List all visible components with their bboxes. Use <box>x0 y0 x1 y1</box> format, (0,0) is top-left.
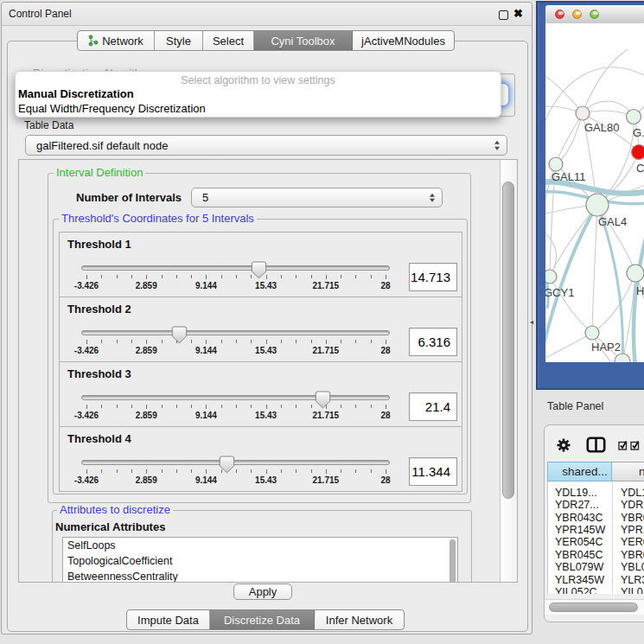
zoom-traffic-light-icon[interactable] <box>590 10 599 19</box>
cell-shared-name: YLR345W <box>555 574 604 586</box>
slider-tick <box>146 340 147 344</box>
gear-icon[interactable] <box>557 438 571 452</box>
slider-tick <box>326 275 327 279</box>
settings-vertical-scrollbar[interactable] <box>500 160 517 582</box>
network-node[interactable] <box>545 270 557 284</box>
table-row[interactable]: YER054CYER0 <box>548 536 644 548</box>
slider-tick <box>355 469 356 473</box>
network-node[interactable] <box>627 110 641 124</box>
table-row[interactable]: YLR345WYLR3 <box>548 574 644 586</box>
slider-tick <box>355 340 356 343</box>
tab-select[interactable]: Select <box>203 31 254 50</box>
algorithm-popup-item[interactable]: Equal Width/Frequency Discretization <box>16 102 501 117</box>
apply-button[interactable]: Apply <box>233 583 292 600</box>
tab-network[interactable]: Network <box>78 31 155 50</box>
slider-tick <box>176 405 177 408</box>
threshold-value-field[interactable]: 6.316 <box>409 328 457 356</box>
tab-style[interactable]: Style <box>155 31 203 50</box>
threshold-label: Threshold 4 <box>67 432 131 445</box>
minimize-traffic-light-icon[interactable] <box>572 10 582 19</box>
tab-discretize-data[interactable]: Discretize Data <box>210 610 315 629</box>
network-node[interactable] <box>586 194 609 216</box>
table-row[interactable]: YDR27...YDR2 <box>548 499 644 511</box>
network-canvas[interactable]: GAL80G.CGAL11GAL4GCY1HHAP2 <box>545 23 644 362</box>
tab-cyni-toolbox[interactable]: Cyni Toolbox <box>254 31 353 50</box>
control-panel-titlebar[interactable]: Control Panel ✖ <box>2 3 532 26</box>
column-header-name[interactable]: name <box>612 462 644 481</box>
threshold-value-field[interactable]: 11.344 <box>409 457 457 486</box>
network-node[interactable] <box>549 157 563 171</box>
threshold-value-field[interactable]: 21.4 <box>409 392 457 421</box>
threshold-slider-track[interactable] <box>81 395 390 400</box>
cyni-toolbox-panel: Discretization Algorithm Select algorith… <box>7 41 528 632</box>
numerical-attribute-item[interactable]: SelfLoops <box>63 538 457 553</box>
threshold-slider-thumb[interactable] <box>251 261 267 279</box>
threshold-slider-track[interactable] <box>81 265 390 271</box>
slider-tick <box>251 405 252 408</box>
slider-tick <box>117 275 118 278</box>
table-data-label: Table Data <box>24 119 73 131</box>
network-node[interactable] <box>627 265 644 282</box>
network-node[interactable] <box>632 145 644 160</box>
numerical-attributes-list[interactable]: SelfLoopsTopologicalCoefficientBetweenne… <box>62 537 458 582</box>
table-data-combo[interactable]: galFiltered.sif default node <box>25 135 507 156</box>
table-row[interactable]: YPR145WYPR1 <box>548 524 644 536</box>
network-window-titlebar[interactable] <box>545 5 644 24</box>
numerical-attributes-label: Numerical Attributes <box>55 520 165 533</box>
network-node[interactable] <box>576 106 590 120</box>
tab-label: Impute Data <box>137 614 199 627</box>
threshold-slider-thumb[interactable] <box>315 391 331 409</box>
slider-tick <box>281 340 282 343</box>
slider-tick <box>326 340 327 344</box>
table-row[interactable]: YBR043CYBR0 <box>548 512 644 524</box>
tab-jactivemnodules[interactable]: jActiveMNodules <box>353 31 454 50</box>
table-row[interactable]: YBR045CYBR0 <box>548 549 644 561</box>
threshold-value-field[interactable]: 14.713 <box>409 263 457 291</box>
tab-impute-data[interactable]: Impute Data <box>127 610 210 629</box>
slider-tick <box>311 340 312 343</box>
table-horizontal-scrollbar[interactable] <box>545 599 644 615</box>
slider-tick <box>146 405 147 409</box>
slider-tick <box>206 469 207 474</box>
algorithm-dropdown-popup: Select algorithm to view settings Manual… <box>15 71 501 118</box>
algorithm-popup-placeholder[interactable]: Select algorithm to view settings <box>16 73 501 87</box>
network-node[interactable] <box>615 354 630 362</box>
threshold-slider-track[interactable] <box>81 460 390 465</box>
slider-tick <box>191 275 192 278</box>
threshold-slider-thumb[interactable] <box>219 456 235 474</box>
table-row[interactable]: YBL079WYBL0 <box>548 561 644 573</box>
slider-tick-label: -3.426 <box>74 281 99 290</box>
tab-label: jActiveMNodules <box>361 35 445 48</box>
table-hscrollbar-thumb[interactable] <box>549 603 638 612</box>
float-window-icon[interactable] <box>499 10 508 20</box>
slider-tick <box>162 405 163 408</box>
table-row[interactable]: YIL052CYIL0 <box>548 586 644 594</box>
network-edge <box>556 113 583 164</box>
network-view-window: GAL80G.CGAL11GAL4GCY1HHAP2 <box>536 1 644 390</box>
threshold-slider-thumb[interactable] <box>171 326 188 344</box>
close-window-icon[interactable]: ✖ <box>513 6 526 22</box>
settings-scrollbar-thumb[interactable] <box>502 182 514 499</box>
numerical-attribute-item[interactable]: TopologicalCoefficient <box>63 553 457 569</box>
slider-tick <box>311 405 312 408</box>
tab-infer-network[interactable]: Infer Network <box>315 610 404 629</box>
column-header-shared-name[interactable]: shared... <box>547 462 612 481</box>
threshold-slider-track[interactable] <box>81 330 390 335</box>
split-columns-icon[interactable] <box>586 437 606 453</box>
attributes-list-scrollbar[interactable] <box>449 539 456 582</box>
control-panel-title: Control Panel <box>9 8 72 20</box>
numerical-attribute-item[interactable]: BetweennessCentrality <box>63 569 457 582</box>
network-edge-thick <box>545 262 548 309</box>
slider-tick <box>266 469 267 474</box>
number-of-intervals-combo[interactable]: 5 <box>191 188 443 207</box>
algorithm-popup-item[interactable]: Manual Discretization <box>16 87 501 102</box>
slider-tick <box>101 340 102 343</box>
slider-tick <box>386 469 386 474</box>
close-traffic-light-icon[interactable] <box>555 10 564 19</box>
pane-collapse-handle-icon[interactable]: ◂ <box>530 318 537 325</box>
slider-tick-label: 2.859 <box>136 346 157 355</box>
checkbox-checked-icon[interactable] <box>618 440 641 450</box>
table-row[interactable]: YDL19...YDL1 <box>548 487 644 499</box>
network-edge <box>583 101 634 117</box>
network-node[interactable] <box>585 326 599 340</box>
